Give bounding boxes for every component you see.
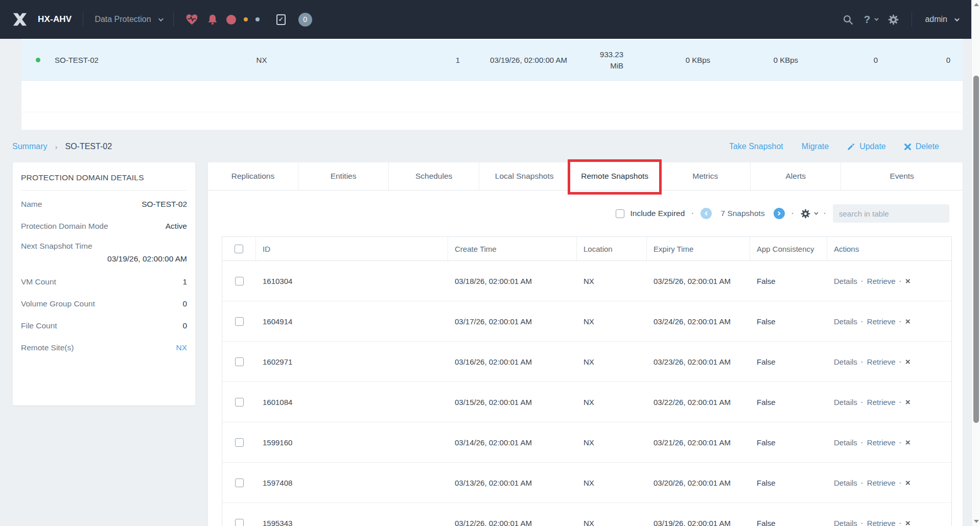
details-row: VM Count 1 <box>21 271 187 293</box>
tasks-count-badge[interactable]: 0 <box>298 13 312 27</box>
scrollbar-thumb[interactable] <box>973 76 979 423</box>
details-link[interactable]: Details <box>834 275 857 287</box>
remove-snapshot-x-icon[interactable]: × <box>905 519 911 526</box>
breadcrumb-summary-link[interactable]: Summary <box>12 142 47 151</box>
col-header-create-time[interactable]: Create Time <box>448 237 577 260</box>
col-header-id[interactable]: ID <box>256 237 448 260</box>
take-snapshot-button[interactable]: Take Snapshot <box>729 142 783 151</box>
col-header-app-consistency[interactable]: App Consistency <box>750 237 827 260</box>
help-menu[interactable]: ? <box>864 13 878 26</box>
col-header-expiry-time[interactable]: Expiry Time <box>647 237 750 260</box>
create-time-cell: 03/14/26, 02:00:01 AM <box>448 437 577 448</box>
chevron-down-icon <box>875 16 879 20</box>
select-all-checkbox[interactable] <box>235 245 243 253</box>
tab-remote-snapshots[interactable]: Remote Snapshots <box>570 162 660 190</box>
app-header: HX-AHV Data Protection ✓ 0 <box>0 0 980 39</box>
tab-replications[interactable]: Replications <box>208 162 298 190</box>
selected-pd-row[interactable]: SO-TEST-02 NX 1 03/19/26, 02:00:00 AM 93… <box>21 40 963 81</box>
expiry-time-cell: 03/24/26, 02:00:01 AM <box>654 316 734 327</box>
next-page-button[interactable] <box>774 208 785 219</box>
retrieve-link[interactable]: Retrieve <box>867 477 896 489</box>
settings-gear-icon[interactable] <box>888 14 899 25</box>
health-heart-icon[interactable] <box>185 13 199 26</box>
details-link[interactable]: Details <box>834 316 857 327</box>
table-body: 1610304 03/18/26, 02:00:01 AM NX 03/25/2… <box>222 261 951 526</box>
location-cell: NX <box>577 396 647 408</box>
tab-alerts[interactable]: Alerts <box>751 162 841 190</box>
critical-alert-icon[interactable] <box>226 15 236 25</box>
nav-dropdown-data-protection[interactable]: Data Protection <box>95 15 161 24</box>
row-checkbox[interactable] <box>235 479 244 487</box>
details-link[interactable]: Details <box>834 477 857 489</box>
table-search-box <box>833 204 949 223</box>
chevron-down-icon <box>158 16 164 21</box>
gear-icon <box>801 209 810 219</box>
details-link[interactable]: Details <box>834 356 857 368</box>
row-checkbox[interactable] <box>235 317 244 326</box>
row-checkbox[interactable] <box>235 398 244 407</box>
details-link[interactable]: Details <box>834 517 857 526</box>
row-checkbox[interactable] <box>235 277 244 285</box>
prev-page-button[interactable] <box>701 208 712 219</box>
scroll-up-arrow[interactable] <box>974 3 979 6</box>
snapshot-id-cell: 1597408 <box>256 477 448 489</box>
app-consistency-cell: False <box>750 517 827 526</box>
remove-snapshot-x-icon[interactable]: × <box>905 277 911 285</box>
retrieve-link[interactable]: Retrieve <box>867 517 896 526</box>
row-checkbox[interactable] <box>235 438 244 447</box>
include-expired-label: Include Expired <box>630 209 685 218</box>
migrate-button[interactable]: Migrate <box>802 142 829 151</box>
retrieve-link[interactable]: Retrieve <box>867 437 896 448</box>
remove-snapshot-x-icon[interactable]: × <box>905 357 911 366</box>
tasks-clipboard-icon[interactable]: ✓ <box>276 14 286 25</box>
row-checkbox[interactable] <box>235 519 244 526</box>
retrieve-link[interactable]: Retrieve <box>867 316 896 327</box>
include-expired-checkbox[interactable] <box>616 209 624 218</box>
col-header-location[interactable]: Location <box>577 237 647 260</box>
snapshot-id-cell: 1599160 <box>256 437 448 448</box>
info-dot-icon[interactable] <box>255 17 260 21</box>
delete-button[interactable]: Delete <box>904 142 939 151</box>
app-consistency-cell: False <box>750 477 827 489</box>
table-settings-menu[interactable] <box>801 209 817 219</box>
tab-schedules[interactable]: Schedules <box>389 162 479 190</box>
details-row: Next Snapshot Time 03/19/26, 02:00:00 AM <box>21 237 187 271</box>
remove-snapshot-x-icon[interactable]: × <box>905 317 911 326</box>
tab-entities[interactable]: Entities <box>298 162 389 190</box>
retrieve-link[interactable]: Retrieve <box>867 275 896 287</box>
details-link[interactable]: Details <box>834 396 857 408</box>
pd-count-cell: 1 <box>320 55 460 66</box>
user-menu[interactable]: admin <box>925 15 958 24</box>
app-consistency-cell: False <box>750 275 827 287</box>
details-row: Remote Site(s) NX <box>21 337 187 358</box>
create-time-cell: 03/12/26, 02:00:01 AM <box>448 517 577 526</box>
search-icon[interactable] <box>843 14 853 25</box>
row-checkbox[interactable] <box>235 357 244 366</box>
status-green-dot <box>36 58 40 62</box>
browser-scrollbar[interactable] <box>971 0 980 526</box>
location-cell: NX <box>577 356 647 368</box>
alerts-bell-icon[interactable] <box>206 13 219 26</box>
warning-dot-icon[interactable] <box>244 17 248 21</box>
tab-local-snapshots[interactable]: Local Snapshots <box>479 162 570 190</box>
remove-snapshot-x-icon[interactable]: × <box>905 479 911 487</box>
divider <box>83 12 83 27</box>
protection-domain-details-panel: PROTECTION DOMAIN DETAILS Name SO-TEST-0… <box>13 162 195 405</box>
location-cell: NX <box>577 275 647 287</box>
tab-events[interactable]: Events <box>841 162 963 190</box>
update-button[interactable]: Update <box>847 142 886 151</box>
col-header-actions[interactable]: Actions <box>827 237 951 260</box>
tab-metrics[interactable]: Metrics <box>660 162 751 190</box>
location-cell: NX <box>577 437 647 448</box>
scroll-down-arrow[interactable] <box>974 520 979 523</box>
protection-domain-table-card: SO-TEST-02 NX 1 03/19/26, 02:00:00 AM 93… <box>21 39 963 130</box>
remove-snapshot-x-icon[interactable]: × <box>905 398 911 407</box>
details-link[interactable]: Details <box>834 437 857 448</box>
search-input[interactable] <box>839 209 941 218</box>
retrieve-link[interactable]: Retrieve <box>867 396 896 408</box>
nutanix-logo-icon[interactable] <box>12 12 28 27</box>
expiry-time-cell: 03/25/26, 02:00:01 AM <box>654 275 734 287</box>
remove-snapshot-x-icon[interactable]: × <box>905 438 911 447</box>
retrieve-link[interactable]: Retrieve <box>867 356 896 368</box>
pd-name-cell: SO-TEST-02 <box>55 55 203 66</box>
